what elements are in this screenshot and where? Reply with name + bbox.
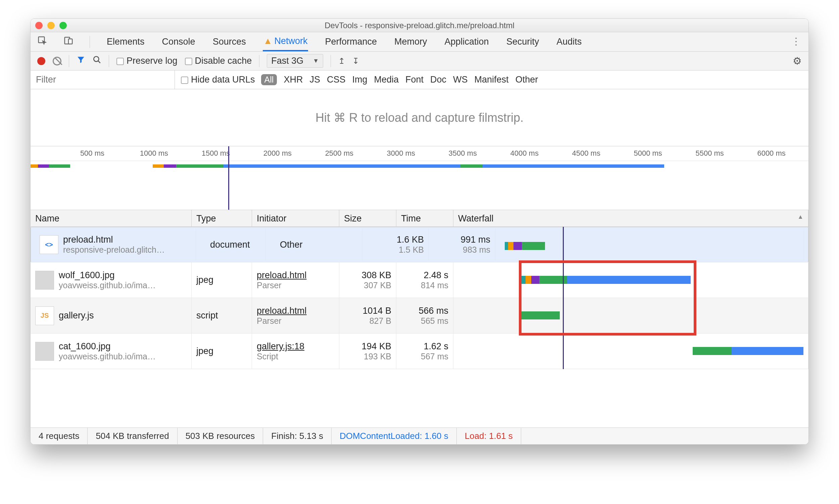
request-time-sub: 983 ms bbox=[463, 245, 490, 255]
request-domain: responsive-preload.glitch… bbox=[63, 245, 165, 255]
filter-type-media[interactable]: Media bbox=[374, 74, 399, 85]
record-button[interactable] bbox=[37, 57, 45, 65]
export-har-icon[interactable]: ↧ bbox=[352, 56, 359, 66]
timeline-tick: 2500 ms bbox=[325, 149, 353, 158]
waterfall-cell bbox=[453, 263, 808, 298]
filter-type-js[interactable]: JS bbox=[309, 74, 320, 85]
tab-performance[interactable]: Performance bbox=[324, 32, 378, 51]
status-load: Load: 1.61 s bbox=[457, 428, 521, 444]
col-name[interactable]: Name bbox=[31, 210, 192, 227]
request-initiator[interactable]: gallery.js:18 bbox=[257, 341, 334, 352]
request-name: gallery.js bbox=[59, 310, 94, 321]
request-row[interactable]: JSgallery.jsscriptpreload.htmlParser1014… bbox=[31, 298, 808, 334]
filter-type-all[interactable]: All bbox=[261, 74, 277, 85]
status-finish: Finish: 5.13 s bbox=[263, 428, 332, 444]
devtools-window: DevTools - responsive-preload.glitch.me/… bbox=[30, 18, 809, 445]
request-time-sub: 814 ms bbox=[421, 281, 448, 290]
timeline-marker bbox=[228, 146, 229, 210]
waterfall-segment bbox=[508, 242, 513, 250]
filter-type-manifest[interactable]: Manifest bbox=[475, 74, 509, 85]
filter-type-doc[interactable]: Doc bbox=[430, 74, 446, 85]
hide-data-urls-checkbox[interactable]: Hide data URLs bbox=[181, 74, 255, 85]
col-initiator[interactable]: Initiator bbox=[252, 210, 339, 227]
timeline-tick: 4500 ms bbox=[572, 149, 601, 158]
tab-network[interactable]: ▲Network bbox=[263, 32, 308, 51]
filter-type-xhr[interactable]: XHR bbox=[284, 74, 303, 85]
col-time[interactable]: Time bbox=[396, 210, 453, 227]
filter-input[interactable] bbox=[31, 70, 175, 89]
tab-security[interactable]: Security bbox=[506, 32, 540, 51]
timeline-segment bbox=[176, 164, 223, 168]
filter-type-font[interactable]: Font bbox=[406, 74, 424, 85]
request-size-sub: 827 B bbox=[370, 316, 391, 326]
requests-table: Name Type Initiator Size Time Waterfall … bbox=[31, 210, 808, 428]
titlebar: DevTools - responsive-preload.glitch.me/… bbox=[31, 19, 808, 32]
filter-type-css[interactable]: CSS bbox=[327, 74, 346, 85]
overview-timeline[interactable]: 500 ms1000 ms1500 ms2000 ms2500 ms3000 m… bbox=[31, 146, 808, 210]
request-name: preload.html bbox=[63, 235, 165, 245]
search-icon[interactable] bbox=[93, 55, 101, 67]
filmstrip-placeholder: Hit ⌘ R to reload and capture filmstrip. bbox=[31, 89, 808, 146]
settings-icon[interactable]: ⚙ bbox=[793, 55, 802, 67]
timeline-segment bbox=[31, 164, 38, 168]
request-initiator[interactable]: preload.html bbox=[257, 270, 334, 281]
request-initiator[interactable]: preload.html bbox=[257, 306, 334, 316]
clear-button[interactable] bbox=[53, 57, 61, 66]
col-size[interactable]: Size bbox=[339, 210, 396, 227]
import-har-icon[interactable]: ↥ bbox=[338, 56, 345, 66]
waterfall-segment bbox=[521, 276, 525, 284]
inspect-element-icon[interactable] bbox=[37, 36, 47, 48]
preserve-log-checkbox[interactable]: Preserve log bbox=[117, 56, 178, 66]
timeline-segment bbox=[223, 164, 460, 168]
request-size: 194 KB bbox=[361, 341, 391, 352]
file-icon: <> bbox=[40, 235, 58, 254]
disable-cache-checkbox[interactable]: Disable cache bbox=[185, 56, 252, 66]
timeline-tick: 5500 ms bbox=[695, 149, 724, 158]
waterfall-segment bbox=[567, 276, 691, 284]
request-name: wolf_1600.jpg bbox=[59, 270, 156, 281]
tab-elements[interactable]: Elements bbox=[106, 32, 145, 51]
timeline-segment bbox=[483, 164, 664, 168]
col-type[interactable]: Type bbox=[192, 210, 252, 227]
request-row[interactable]: wolf_1600.jpgyoavweiss.github.io/ima…jpe… bbox=[31, 263, 808, 298]
tab-sources[interactable]: Sources bbox=[212, 32, 247, 51]
request-row[interactable]: cat_1600.jpgyoavweiss.github.io/ima…jpeg… bbox=[31, 334, 808, 369]
tab-application[interactable]: Application bbox=[444, 32, 489, 51]
filter-type-ws[interactable]: WS bbox=[453, 74, 468, 85]
request-domain: yoavweiss.github.io/ima… bbox=[59, 281, 156, 290]
device-toolbar-icon[interactable] bbox=[64, 36, 73, 48]
svg-rect-2 bbox=[69, 39, 72, 44]
request-size: 308 KB bbox=[361, 270, 391, 281]
status-transferred: 504 KB transferred bbox=[88, 428, 177, 444]
col-waterfall[interactable]: Waterfall bbox=[453, 210, 808, 227]
svg-point-3 bbox=[94, 56, 99, 61]
timeline-tick: 3500 ms bbox=[449, 149, 477, 158]
tab-audits[interactable]: Audits bbox=[556, 32, 582, 51]
timeline-tick: 3000 ms bbox=[387, 149, 415, 158]
filter-type-other[interactable]: Other bbox=[516, 74, 538, 85]
request-time-sub: 567 ms bbox=[421, 352, 448, 361]
waterfall-cell bbox=[505, 229, 804, 261]
request-time: 2.48 s bbox=[424, 270, 448, 281]
timeline-segment bbox=[164, 164, 176, 168]
timeline-segment bbox=[153, 164, 164, 168]
window-title: DevTools - responsive-preload.glitch.me/… bbox=[31, 21, 808, 30]
request-size-sub: 1.5 KB bbox=[399, 245, 424, 255]
timeline-tick: 1000 ms bbox=[140, 149, 168, 158]
waterfall-cell bbox=[453, 298, 808, 333]
request-time-sub: 565 ms bbox=[421, 316, 448, 326]
more-menu-icon[interactable]: ⋯ bbox=[791, 37, 802, 47]
filter-type-img[interactable]: Img bbox=[352, 74, 367, 85]
waterfall-cell bbox=[453, 334, 808, 369]
separator bbox=[90, 36, 90, 48]
tab-memory[interactable]: Memory bbox=[394, 32, 428, 51]
timeline-tick: 2000 ms bbox=[264, 149, 292, 158]
timeline-segment bbox=[38, 164, 49, 168]
waterfall-segment bbox=[525, 276, 531, 284]
throttling-select[interactable]: Fast 3G▼ bbox=[267, 54, 323, 68]
filter-toggle-icon[interactable] bbox=[76, 55, 85, 67]
request-size: 1014 B bbox=[362, 306, 391, 316]
tab-console[interactable]: Console bbox=[161, 32, 196, 51]
waterfall-segment bbox=[505, 242, 508, 250]
request-row[interactable]: <>preload.htmlresponsive-preload.glitch…… bbox=[31, 227, 808, 263]
